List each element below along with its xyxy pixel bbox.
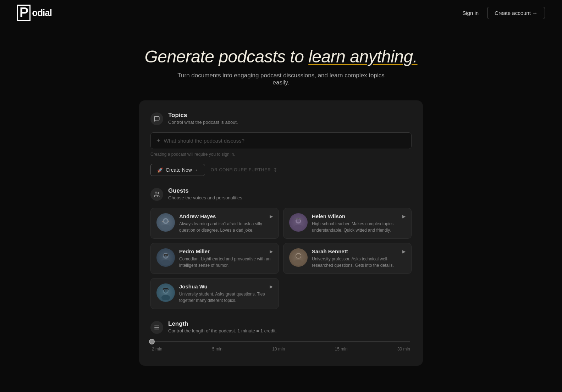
guest-info-joshua: Joshua Wu ▶ University student. Asks gre… — [179, 283, 273, 304]
guests-header-text: Guests Choose the voices and personaliti… — [168, 187, 243, 200]
guests-desc: Choose the voices and personalities. — [168, 195, 243, 200]
hero-subtitle: Turn documents into engaging podcast dis… — [171, 72, 391, 86]
guest-card-sarah[interactable]: Sarah Bennett ▶ University professor. As… — [283, 243, 412, 274]
guest-info-sarah: Sarah Bennett ▶ University professor. As… — [312, 248, 406, 269]
play-icon-joshua[interactable]: ▶ — [270, 284, 273, 289]
guests-icon — [150, 188, 163, 201]
length-title: Length — [168, 320, 277, 327]
play-icon-pedro[interactable]: ▶ — [270, 249, 273, 254]
length-section: Length Control the length of the podcast… — [150, 320, 412, 352]
svg-rect-13 — [164, 254, 168, 255]
guest-card-helen[interactable]: Helen Wilson ▶ High school teacher. Make… — [283, 208, 412, 239]
create-account-button[interactable]: Create account → — [487, 7, 545, 19]
main-content: Topics Control what the podcast is about… — [0, 100, 562, 366]
guest-avatar-helen — [289, 213, 308, 232]
length-desc: Control the length of the podcast. 1 min… — [168, 328, 277, 333]
guest-desc-pedro: Comedian. Lighthearted and provocative w… — [179, 256, 273, 269]
configure-further-label: OR CONFIGURE FURTHER ↧ — [211, 167, 278, 173]
svg-point-21 — [167, 291, 168, 292]
length-icon — [150, 321, 163, 334]
hero-title-underline: learn anything. — [308, 47, 417, 66]
svg-point-8 — [294, 225, 303, 230]
plus-icon: + — [156, 137, 160, 144]
hero-section: Generate podcasts to learn anything. Tur… — [0, 26, 562, 100]
guest-desc-joshua: University student. Asks great questions… — [179, 291, 273, 304]
guest-name-row-joshua: Joshua Wu ▶ — [179, 283, 273, 289]
configure-arrow-icon: ↧ — [273, 167, 278, 173]
logo: Podial — [17, 5, 52, 21]
guest-card-joshua[interactable]: Joshua Wu ▶ University student. Asks gre… — [150, 278, 279, 309]
sign-in-button[interactable]: Sign in — [462, 10, 479, 16]
guest-info-andrew: Andrew Hayes ▶ Always learning and isn't… — [179, 213, 273, 233]
guest-avatar-pedro — [156, 248, 175, 267]
slider-label-30min: 30 min — [397, 347, 410, 352]
slider-label-10min: 10 min — [272, 347, 285, 352]
header-actions: Sign in Create account → — [462, 7, 545, 19]
length-section-header: Length Control the length of the podcast… — [150, 320, 412, 334]
guest-card-pedro[interactable]: Pedro Miller ▶ Comedian. Lighthearted an… — [150, 243, 279, 274]
slider-thumb[interactable] — [149, 339, 155, 344]
guest-desc-andrew: Always learning and isn't afraid to ask … — [179, 221, 273, 233]
create-now-button[interactable]: 🚀 Create Now → — [150, 164, 205, 176]
guests-section: Guests Choose the voices and personaliti… — [150, 187, 412, 309]
guest-avatar-andrew — [156, 213, 175, 232]
topics-header-text: Topics Control what the podcast is about… — [168, 112, 238, 125]
topic-input-wrapper[interactable]: + — [150, 132, 412, 149]
topics-section-header: Topics Control what the podcast is about… — [150, 112, 412, 125]
play-icon-sarah[interactable]: ▶ — [402, 249, 406, 254]
rocket-icon: 🚀 — [157, 167, 163, 173]
topics-title: Topics — [168, 112, 238, 119]
svg-point-22 — [161, 295, 170, 300]
guest-info-pedro: Pedro Miller ▶ Comedian. Lighthearted an… — [179, 248, 273, 269]
guest-name-helen: Helen Wilson — [312, 213, 345, 219]
guest-desc-sarah: University professor. Asks technical wel… — [312, 256, 406, 269]
main-card: Topics Control what the podcast is about… — [139, 100, 423, 366]
slider-container: 2 min 5 min 10 min 15 min 30 min — [150, 341, 412, 352]
svg-point-0 — [155, 192, 157, 194]
guests-title: Guests — [168, 187, 243, 194]
hero-title-part1: Generate podcasts to — [144, 47, 308, 66]
guest-avatar-joshua — [156, 283, 175, 302]
action-row: 🚀 Create Now → OR CONFIGURE FURTHER ↧ — [150, 164, 412, 176]
sign-in-note: Creating a podcast will require you to s… — [150, 152, 412, 157]
guests-section-header: Guests Choose the voices and personaliti… — [150, 187, 412, 201]
svg-point-2 — [164, 219, 167, 223]
hero-title: Generate podcasts to learn anything. — [7, 47, 555, 66]
svg-point-5 — [161, 225, 170, 230]
topics-icon — [150, 112, 163, 125]
svg-point-7 — [297, 219, 300, 222]
guest-name-andrew: Andrew Hayes — [179, 213, 216, 219]
logo-text: odial — [32, 7, 52, 18]
slider-track[interactable] — [152, 341, 410, 342]
create-now-label: Create Now → — [166, 167, 198, 173]
guest-name-sarah: Sarah Bennett — [312, 248, 348, 254]
logo-p-letter: P — [17, 5, 31, 21]
svg-point-17 — [294, 260, 303, 265]
guest-name-pedro: Pedro Miller — [179, 248, 210, 254]
configure-divider-line — [283, 170, 412, 170]
guest-name-row-helen: Helen Wilson ▶ — [312, 213, 406, 219]
guest-name-row-sarah: Sarah Bennett ▶ — [312, 248, 406, 254]
guest-grid: Andrew Hayes ▶ Always learning and isn't… — [150, 208, 412, 309]
guest-name-row-pedro: Pedro Miller ▶ — [179, 248, 273, 254]
topics-desc: Control what the podcast is about. — [168, 120, 238, 125]
guest-name-joshua: Joshua Wu — [179, 283, 208, 289]
topic-input[interactable] — [164, 138, 406, 144]
slider-labels: 2 min 5 min 10 min 15 min 30 min — [152, 347, 410, 352]
play-icon-andrew[interactable]: ▶ — [270, 214, 273, 219]
guest-desc-helen: High school teacher. Makes complex topic… — [312, 221, 406, 233]
guest-name-row-andrew: Andrew Hayes ▶ — [179, 213, 273, 219]
play-icon-helen[interactable]: ▶ — [402, 214, 406, 219]
slider-label-5min: 5 min — [212, 347, 222, 352]
svg-point-14 — [161, 260, 170, 265]
length-header-text: Length Control the length of the podcast… — [168, 320, 277, 333]
slider-label-2min: 2 min — [152, 347, 162, 352]
guest-card-andrew[interactable]: Andrew Hayes ▶ Always learning and isn't… — [150, 208, 279, 239]
header: Podial Sign in Create account → — [0, 0, 562, 26]
svg-point-20 — [164, 291, 165, 292]
guest-avatar-sarah — [289, 248, 308, 267]
slider-label-15min: 15 min — [335, 347, 348, 352]
guest-info-helen: Helen Wilson ▶ High school teacher. Make… — [312, 213, 406, 233]
